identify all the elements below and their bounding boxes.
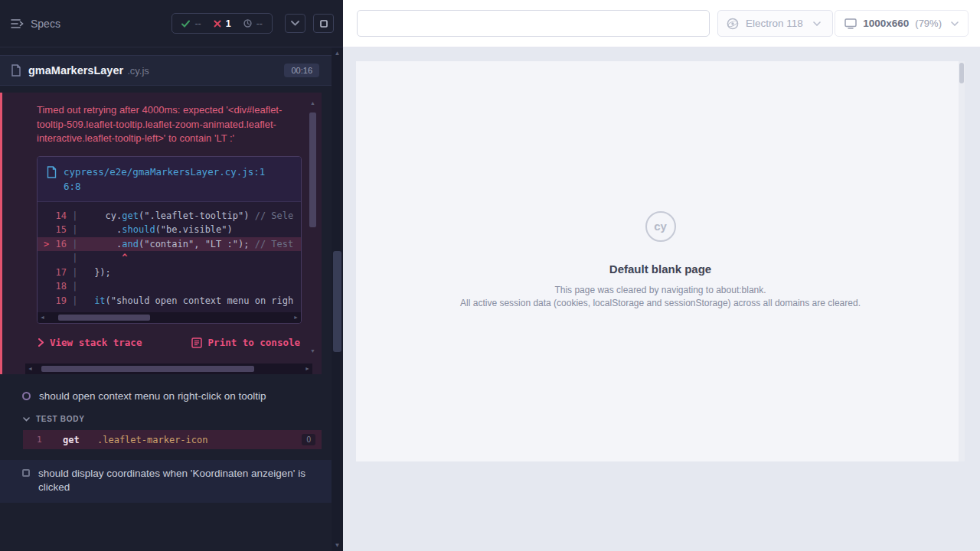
specs-label: Specs (31, 18, 60, 30)
spec-duration: 00:16 (284, 64, 319, 77)
test-running-icon (22, 392, 31, 400)
command-message: .leaflet-marker-icon (97, 435, 208, 445)
code-frame-lines: 14 | cy.get(".leaflet-tooltip") // Sele … (38, 202, 301, 313)
pending-clock-icon (243, 19, 252, 28)
aut-panel: Electron 118 1000x660 (79%) (343, 0, 980, 551)
scrollbar-thumb[interactable] (959, 63, 964, 83)
error-horizontal-scrollbar[interactable]: ◄ ► (25, 364, 312, 374)
test-title: should display coordinates when 'Koordin… (38, 467, 306, 494)
error-message: Timed out retrying after 4000ms: expecte… (37, 103, 302, 146)
code-horizontal-scrollbar[interactable]: ◄ ► (38, 312, 301, 323)
browser-label: Electron 118 (746, 18, 803, 29)
test-stats: -- 1 -- (172, 13, 273, 34)
code-frame: cypress/e2e/gmaMarkersLayer.cy.js:16:8 1… (37, 156, 302, 324)
url-input[interactable] (357, 10, 710, 37)
aut-iframe-page: cy Default blank page This page was clea… (356, 61, 965, 461)
code-frame-file-link[interactable]: cypress/e2e/gmaMarkersLayer.cy.js:16:8 (64, 165, 266, 194)
stop-icon (320, 20, 328, 28)
scrollbar-thumb[interactable] (333, 251, 341, 352)
scroll-down-arrow[interactable]: ▼ (332, 540, 343, 551)
test-pending-icon (22, 469, 30, 477)
spec-name: gmaMarkersLayer (28, 64, 123, 77)
scrollbar-thumb[interactable] (309, 112, 316, 227)
blank-page-message-2: All active session data (cookies, localS… (460, 297, 861, 309)
chevron-down-icon (813, 21, 821, 26)
viewport-size: 1000x660 (863, 18, 909, 29)
scrollbar-thumb[interactable] (41, 366, 254, 372)
failed-x-icon (214, 20, 221, 28)
scroll-up-arrow[interactable]: ▲ (309, 99, 317, 108)
stat-failed: 1 (214, 18, 231, 29)
browser-selector[interactable]: Electron 118 (717, 10, 833, 37)
chevron-down-icon (23, 417, 30, 422)
specs-menu-icon (11, 18, 24, 29)
electron-browser-icon (727, 18, 739, 30)
spec-extension: .cy.js (127, 65, 149, 77)
test-item-2[interactable]: should display coordinates when 'Koordin… (0, 460, 332, 503)
viewport-monitor-icon (844, 18, 857, 29)
test-list: should open context menu on right-click … (0, 374, 332, 503)
viewport-selector[interactable]: 1000x660 (79%) (835, 10, 969, 37)
test-title: should open context menu on right-click … (39, 390, 266, 403)
blank-page-message-1: This page was cleared by navigating to a… (554, 284, 766, 296)
reporter-header: Specs -- 1 (0, 0, 343, 47)
command-number: 1 (37, 435, 63, 445)
spec-header[interactable]: gmaMarkersLayer .cy.js 00:16 (0, 55, 332, 86)
viewport-scale: (79%) (915, 18, 942, 29)
command-log-row[interactable]: 1 get .leaflet-marker-icon 0 (23, 430, 322, 449)
spec-file-icon (11, 64, 21, 77)
cypress-runner: Specs -- 1 (0, 0, 980, 551)
scroll-left-arrow[interactable]: ◄ (38, 312, 47, 323)
reporter-scrollbar[interactable]: ▲ ▼ (332, 47, 343, 551)
caret-right-icon (38, 338, 44, 347)
chevron-down-icon (291, 21, 299, 26)
printer-icon (191, 337, 202, 348)
stop-button[interactable] (313, 14, 334, 33)
view-stack-trace-button[interactable]: View stack trace (38, 337, 142, 348)
scroll-right-arrow[interactable]: ► (291, 312, 301, 323)
aut-header: Electron 118 1000x660 (79%) (343, 0, 980, 47)
stat-passed: -- (181, 18, 201, 29)
specs-menu[interactable]: Specs (11, 18, 60, 30)
element-count-badge: 0 (302, 434, 315, 445)
test-body-section[interactable]: TEST BODY (0, 409, 332, 429)
chevron-down-icon (951, 21, 959, 26)
blank-page-title: Default blank page (609, 262, 711, 276)
print-to-console-button[interactable]: Print to console (191, 337, 300, 348)
stat-pending: -- (243, 18, 263, 29)
code-file-icon (47, 166, 57, 178)
command-name: get (63, 435, 87, 445)
scroll-right-arrow[interactable]: ► (302, 364, 312, 374)
page-scrollbar[interactable] (959, 61, 965, 461)
scroll-down-arrow[interactable]: ▼ (309, 347, 317, 356)
error-vertical-scrollbar[interactable]: ▲ ▼ (309, 99, 317, 356)
test-item-1[interactable]: should open context menu on right-click … (0, 384, 332, 409)
cypress-logo: cy (645, 211, 676, 242)
scroll-left-arrow[interactable]: ◄ (25, 364, 35, 374)
reporter-panel: Specs -- 1 (0, 0, 343, 551)
scrollbar-thumb[interactable] (58, 315, 150, 321)
aut-stage: cy Default blank page This page was clea… (343, 47, 980, 551)
scroll-up-arrow[interactable]: ▲ (332, 47, 343, 59)
collapse-tests-button[interactable] (285, 14, 305, 33)
failed-attempt: Timed out retrying after 4000ms: expecte… (0, 93, 322, 374)
passed-check-icon (181, 20, 190, 28)
